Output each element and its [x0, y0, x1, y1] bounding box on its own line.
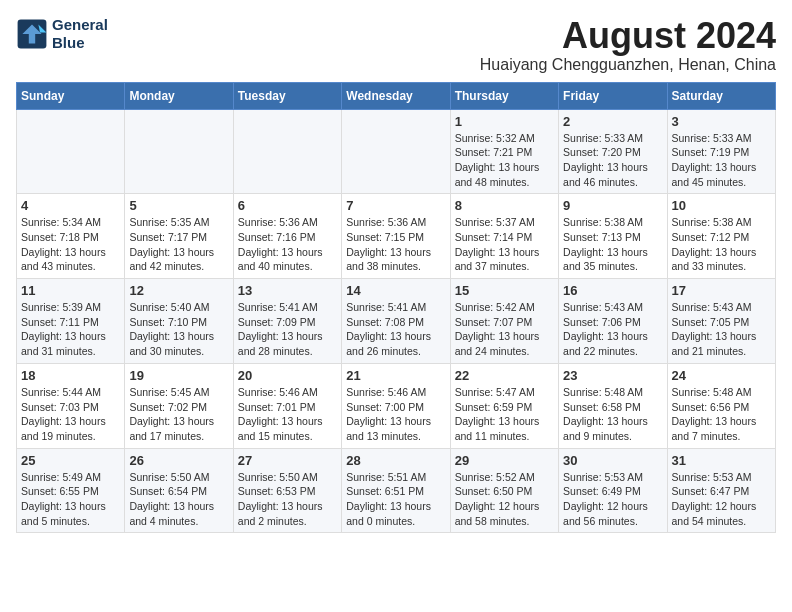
day-info: Sunrise: 5:53 AMSunset: 6:49 PMDaylight:…	[563, 470, 662, 529]
day-info: Sunrise: 5:51 AMSunset: 6:51 PMDaylight:…	[346, 470, 445, 529]
calendar-week-row: 18Sunrise: 5:44 AMSunset: 7:03 PMDayligh…	[17, 363, 776, 448]
day-info: Sunrise: 5:36 AMSunset: 7:16 PMDaylight:…	[238, 215, 337, 274]
logo-icon	[16, 18, 48, 50]
subtitle: Huaiyang Chengguanzhen, Henan, China	[480, 56, 776, 74]
header: General Blue August 2024 Huaiyang Chengg…	[16, 16, 776, 74]
logo: General Blue	[16, 16, 108, 52]
day-number: 24	[672, 368, 771, 383]
calendar-cell: 23Sunrise: 5:48 AMSunset: 6:58 PMDayligh…	[559, 363, 667, 448]
day-number: 21	[346, 368, 445, 383]
calendar-cell: 28Sunrise: 5:51 AMSunset: 6:51 PMDayligh…	[342, 448, 450, 533]
day-number: 7	[346, 198, 445, 213]
day-number: 10	[672, 198, 771, 213]
calendar-cell: 14Sunrise: 5:41 AMSunset: 7:08 PMDayligh…	[342, 279, 450, 364]
calendar-cell: 20Sunrise: 5:46 AMSunset: 7:01 PMDayligh…	[233, 363, 341, 448]
day-info: Sunrise: 5:44 AMSunset: 7:03 PMDaylight:…	[21, 385, 120, 444]
day-number: 6	[238, 198, 337, 213]
calendar-cell: 30Sunrise: 5:53 AMSunset: 6:49 PMDayligh…	[559, 448, 667, 533]
day-number: 22	[455, 368, 554, 383]
day-number: 16	[563, 283, 662, 298]
calendar-cell: 19Sunrise: 5:45 AMSunset: 7:02 PMDayligh…	[125, 363, 233, 448]
day-info: Sunrise: 5:46 AMSunset: 7:01 PMDaylight:…	[238, 385, 337, 444]
calendar-cell: 15Sunrise: 5:42 AMSunset: 7:07 PMDayligh…	[450, 279, 558, 364]
calendar-cell	[17, 109, 125, 194]
day-number: 30	[563, 453, 662, 468]
calendar-week-row: 1Sunrise: 5:32 AMSunset: 7:21 PMDaylight…	[17, 109, 776, 194]
day-info: Sunrise: 5:43 AMSunset: 7:05 PMDaylight:…	[672, 300, 771, 359]
calendar-cell: 13Sunrise: 5:41 AMSunset: 7:09 PMDayligh…	[233, 279, 341, 364]
calendar-table: SundayMondayTuesdayWednesdayThursdayFrid…	[16, 82, 776, 534]
day-info: Sunrise: 5:50 AMSunset: 6:53 PMDaylight:…	[238, 470, 337, 529]
calendar-header-row: SundayMondayTuesdayWednesdayThursdayFrid…	[17, 82, 776, 109]
day-number: 9	[563, 198, 662, 213]
calendar-cell: 10Sunrise: 5:38 AMSunset: 7:12 PMDayligh…	[667, 194, 775, 279]
day-number: 23	[563, 368, 662, 383]
calendar-cell: 12Sunrise: 5:40 AMSunset: 7:10 PMDayligh…	[125, 279, 233, 364]
calendar-cell: 3Sunrise: 5:33 AMSunset: 7:19 PMDaylight…	[667, 109, 775, 194]
column-header-sunday: Sunday	[17, 82, 125, 109]
calendar-cell: 21Sunrise: 5:46 AMSunset: 7:00 PMDayligh…	[342, 363, 450, 448]
day-number: 13	[238, 283, 337, 298]
day-info: Sunrise: 5:52 AMSunset: 6:50 PMDaylight:…	[455, 470, 554, 529]
day-info: Sunrise: 5:41 AMSunset: 7:09 PMDaylight:…	[238, 300, 337, 359]
logo-text: General Blue	[52, 16, 108, 52]
day-number: 5	[129, 198, 228, 213]
calendar-cell: 11Sunrise: 5:39 AMSunset: 7:11 PMDayligh…	[17, 279, 125, 364]
calendar-cell: 8Sunrise: 5:37 AMSunset: 7:14 PMDaylight…	[450, 194, 558, 279]
day-number: 3	[672, 114, 771, 129]
main-title: August 2024	[480, 16, 776, 56]
calendar-cell: 26Sunrise: 5:50 AMSunset: 6:54 PMDayligh…	[125, 448, 233, 533]
day-info: Sunrise: 5:38 AMSunset: 7:13 PMDaylight:…	[563, 215, 662, 274]
calendar-cell: 4Sunrise: 5:34 AMSunset: 7:18 PMDaylight…	[17, 194, 125, 279]
day-info: Sunrise: 5:39 AMSunset: 7:11 PMDaylight:…	[21, 300, 120, 359]
day-number: 29	[455, 453, 554, 468]
day-number: 18	[21, 368, 120, 383]
column-header-saturday: Saturday	[667, 82, 775, 109]
day-number: 14	[346, 283, 445, 298]
day-info: Sunrise: 5:45 AMSunset: 7:02 PMDaylight:…	[129, 385, 228, 444]
calendar-cell: 24Sunrise: 5:48 AMSunset: 6:56 PMDayligh…	[667, 363, 775, 448]
day-info: Sunrise: 5:48 AMSunset: 6:56 PMDaylight:…	[672, 385, 771, 444]
day-info: Sunrise: 5:34 AMSunset: 7:18 PMDaylight:…	[21, 215, 120, 274]
calendar-cell: 7Sunrise: 5:36 AMSunset: 7:15 PMDaylight…	[342, 194, 450, 279]
calendar-cell: 22Sunrise: 5:47 AMSunset: 6:59 PMDayligh…	[450, 363, 558, 448]
day-info: Sunrise: 5:48 AMSunset: 6:58 PMDaylight:…	[563, 385, 662, 444]
calendar-cell: 1Sunrise: 5:32 AMSunset: 7:21 PMDaylight…	[450, 109, 558, 194]
day-number: 4	[21, 198, 120, 213]
calendar-cell: 17Sunrise: 5:43 AMSunset: 7:05 PMDayligh…	[667, 279, 775, 364]
day-info: Sunrise: 5:46 AMSunset: 7:00 PMDaylight:…	[346, 385, 445, 444]
day-info: Sunrise: 5:42 AMSunset: 7:07 PMDaylight:…	[455, 300, 554, 359]
calendar-cell	[125, 109, 233, 194]
day-number: 15	[455, 283, 554, 298]
day-number: 1	[455, 114, 554, 129]
day-number: 17	[672, 283, 771, 298]
day-info: Sunrise: 5:33 AMSunset: 7:20 PMDaylight:…	[563, 131, 662, 190]
day-info: Sunrise: 5:37 AMSunset: 7:14 PMDaylight:…	[455, 215, 554, 274]
calendar-cell: 16Sunrise: 5:43 AMSunset: 7:06 PMDayligh…	[559, 279, 667, 364]
column-header-monday: Monday	[125, 82, 233, 109]
calendar-cell: 18Sunrise: 5:44 AMSunset: 7:03 PMDayligh…	[17, 363, 125, 448]
calendar-cell: 29Sunrise: 5:52 AMSunset: 6:50 PMDayligh…	[450, 448, 558, 533]
day-info: Sunrise: 5:36 AMSunset: 7:15 PMDaylight:…	[346, 215, 445, 274]
day-info: Sunrise: 5:32 AMSunset: 7:21 PMDaylight:…	[455, 131, 554, 190]
day-info: Sunrise: 5:41 AMSunset: 7:08 PMDaylight:…	[346, 300, 445, 359]
calendar-cell	[233, 109, 341, 194]
day-info: Sunrise: 5:47 AMSunset: 6:59 PMDaylight:…	[455, 385, 554, 444]
calendar-cell	[342, 109, 450, 194]
day-number: 12	[129, 283, 228, 298]
day-number: 26	[129, 453, 228, 468]
title-area: August 2024 Huaiyang Chengguanzhen, Hena…	[480, 16, 776, 74]
column-header-wednesday: Wednesday	[342, 82, 450, 109]
calendar-cell: 5Sunrise: 5:35 AMSunset: 7:17 PMDaylight…	[125, 194, 233, 279]
calendar-week-row: 4Sunrise: 5:34 AMSunset: 7:18 PMDaylight…	[17, 194, 776, 279]
column-header-friday: Friday	[559, 82, 667, 109]
day-info: Sunrise: 5:40 AMSunset: 7:10 PMDaylight:…	[129, 300, 228, 359]
calendar-cell: 27Sunrise: 5:50 AMSunset: 6:53 PMDayligh…	[233, 448, 341, 533]
day-number: 19	[129, 368, 228, 383]
day-number: 11	[21, 283, 120, 298]
day-number: 28	[346, 453, 445, 468]
calendar-week-row: 25Sunrise: 5:49 AMSunset: 6:55 PMDayligh…	[17, 448, 776, 533]
column-header-tuesday: Tuesday	[233, 82, 341, 109]
day-number: 31	[672, 453, 771, 468]
calendar-cell: 25Sunrise: 5:49 AMSunset: 6:55 PMDayligh…	[17, 448, 125, 533]
